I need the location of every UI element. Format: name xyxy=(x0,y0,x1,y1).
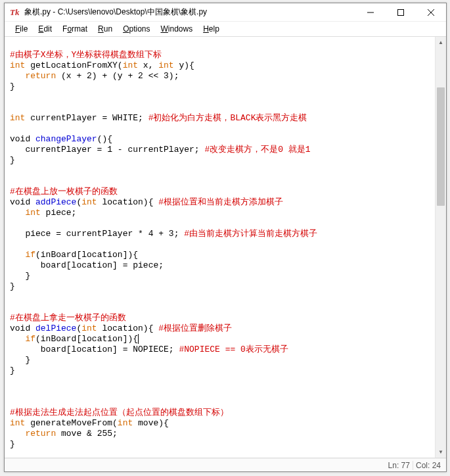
minimize-button[interactable] xyxy=(355,3,386,22)
menu-file[interactable]: File xyxy=(10,23,33,35)
close-button[interactable] xyxy=(416,3,446,22)
scroll-up-icon[interactable]: ▲ xyxy=(436,37,446,48)
svg-rect-1 xyxy=(398,10,404,16)
statusbar: Ln: 77 Col: 24 xyxy=(5,458,446,471)
menubar: File Edit Format Run Options Windows Hel… xyxy=(5,22,446,36)
menu-edit[interactable]: Edit xyxy=(33,23,57,35)
window-controls xyxy=(355,3,446,21)
editor-area: #由棋子X坐标，Y坐标获得棋盘数组下标 int getLocationFromX… xyxy=(5,36,446,458)
text-cursor xyxy=(138,334,139,344)
idle-window: Tk 象棋.py - C:\Users\lenovo\Desktop\中国象棋\… xyxy=(4,3,447,472)
status-ln: Ln: 77 xyxy=(386,461,413,470)
menu-format[interactable]: Format xyxy=(57,23,93,35)
status-col: Col: 24 xyxy=(413,461,443,470)
window-title: 象棋.py - C:\Users\lenovo\Desktop\中国象棋\象棋.… xyxy=(24,7,355,18)
menu-help[interactable]: Help xyxy=(198,23,225,35)
scroll-thumb[interactable] xyxy=(437,87,445,206)
idle-icon: Tk xyxy=(10,7,20,18)
code-editor[interactable]: #由棋子X坐标，Y坐标获得棋盘数组下标 int getLocationFromX… xyxy=(5,37,435,458)
vertical-scrollbar[interactable]: ▲ ▼ xyxy=(435,37,446,458)
scroll-track[interactable] xyxy=(436,48,446,446)
menu-windows[interactable]: Windows xyxy=(156,23,198,35)
scroll-down-icon[interactable]: ▼ xyxy=(436,446,446,458)
titlebar: Tk 象棋.py - C:\Users\lenovo\Desktop\中国象棋\… xyxy=(5,3,446,22)
maximize-button[interactable] xyxy=(386,3,416,22)
menu-options[interactable]: Options xyxy=(118,23,155,35)
menu-run[interactable]: Run xyxy=(93,23,118,35)
